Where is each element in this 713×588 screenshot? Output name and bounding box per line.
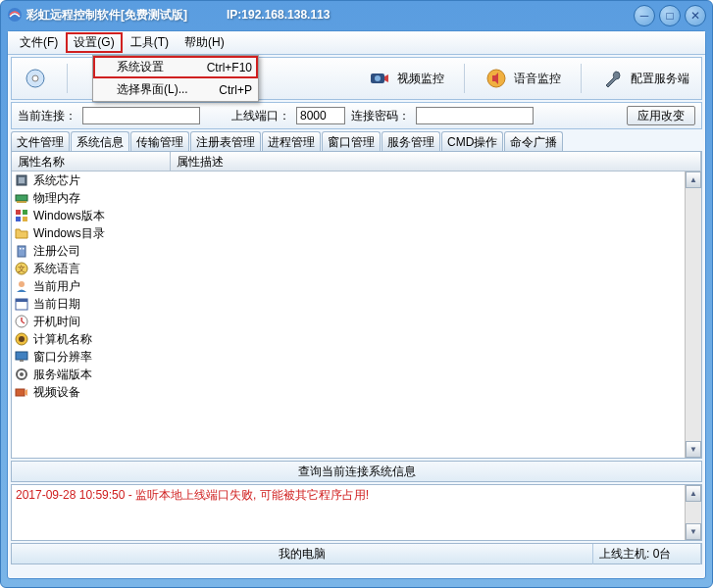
list-item-label: 物理内存 — [33, 190, 80, 207]
list-item[interactable]: 开机时间 — [12, 313, 701, 330]
menu-help[interactable]: 帮助(H) — [177, 32, 232, 53]
tab-2[interactable]: 传输管理 — [130, 131, 189, 151]
svg-point-28 — [20, 372, 24, 376]
scroll-up-icon[interactable]: ▲ — [686, 485, 701, 502]
list-item-label: 计算机名称 — [33, 331, 92, 348]
toolbar-label: 视频监控 — [397, 71, 444, 87]
tab-8[interactable]: 命令广播 — [504, 131, 563, 151]
svg-rect-9 — [17, 201, 26, 203]
list-item[interactable]: 计算机名称 — [12, 330, 701, 348]
toolbar-voice-button[interactable]: 语音监控 — [477, 63, 569, 94]
menubar: 文件(F) 设置(G) 工具(T) 帮助(H) — [8, 31, 705, 55]
list-item-label: 系统语言 — [33, 261, 80, 277]
tabs: 文件管理系统信息传输管理注册表管理进程管理窗口管理服务管理CMD操作命令广播 — [11, 131, 702, 151]
svg-rect-21 — [16, 299, 27, 302]
svg-rect-14 — [18, 246, 25, 257]
tab-3[interactable]: 注册表管理 — [190, 131, 261, 151]
app-icon — [7, 7, 23, 23]
svg-rect-16 — [23, 248, 25, 250]
menu-item-select-ui[interactable]: 选择界面(L)... Ctrl+P — [93, 78, 258, 101]
list-item-label: 视频设备 — [33, 384, 80, 401]
list-item[interactable]: 物理内存 — [12, 189, 701, 207]
col-attr-desc[interactable]: 属性描述 — [171, 152, 701, 171]
list-item-label: 系统芯片 — [33, 172, 80, 189]
col-attr-name[interactable]: 属性名称 — [12, 152, 171, 171]
svg-rect-10 — [16, 210, 21, 215]
folder-icon — [14, 225, 29, 241]
company-icon — [14, 243, 29, 259]
list-item-label: 窗口分辨率 — [33, 349, 92, 366]
tab-1[interactable]: 系统信息 — [71, 131, 129, 151]
list-item-label: 注册公司 — [33, 243, 80, 260]
svg-text:文: 文 — [18, 265, 25, 273]
camera-icon — [368, 67, 391, 90]
statusbar: 我的电脑 上线主机: 0台 — [11, 543, 702, 564]
info-text: 查询当前连接系统信息 — [298, 464, 416, 480]
minimize-button[interactable]: ─ — [634, 5, 655, 26]
svg-rect-15 — [20, 248, 22, 250]
info-bar: 查询当前连接系统信息 — [11, 461, 702, 482]
list-item[interactable]: Windows版本 — [12, 207, 701, 224]
menu-tools[interactable]: 工具(T) — [123, 32, 177, 53]
menu-item-system-settings[interactable]: 系统设置 Ctrl+F10 — [93, 56, 258, 78]
scroll-up-icon[interactable]: ▲ — [686, 172, 701, 188]
menu-item-label: 系统设置 — [117, 59, 164, 75]
toolbar-config-server-button[interactable]: 配置服务端 — [593, 63, 697, 94]
date-icon — [14, 296, 29, 312]
menu-file[interactable]: 文件(F) — [12, 32, 66, 53]
tab-0[interactable]: 文件管理 — [11, 131, 70, 151]
toolbar-cd-button[interactable] — [16, 63, 55, 94]
list-item[interactable]: 注册公司 — [12, 242, 701, 260]
svg-rect-8 — [16, 195, 27, 201]
statusbar-right: 上线主机: 0台 — [593, 544, 701, 564]
tab-4[interactable]: 进程管理 — [262, 131, 321, 151]
port-input[interactable] — [296, 107, 345, 124]
current-conn-input[interactable] — [82, 107, 200, 124]
list-item[interactable]: 视频设备 — [12, 383, 701, 401]
tab-6[interactable]: 服务管理 — [382, 131, 440, 151]
window-title: 彩虹远程控制软件[免费测试版] — [26, 7, 187, 24]
list-item-label: 当前日期 — [33, 296, 80, 313]
list-item-label: 服务端版本 — [33, 367, 92, 383]
scroll-down-icon[interactable]: ▼ — [686, 441, 701, 458]
tab-7[interactable]: CMD操作 — [441, 131, 503, 151]
ip-label: IP:192.168.138.113 — [227, 8, 330, 22]
scrollbar[interactable]: ▲ ▼ — [685, 172, 701, 458]
menu-item-shortcut: Ctrl+P — [203, 83, 252, 97]
svg-point-4 — [375, 75, 381, 81]
win-icon — [14, 208, 29, 223]
ram-icon — [14, 190, 29, 206]
apply-button[interactable]: 应用改变 — [627, 106, 695, 125]
speaker-icon — [484, 67, 508, 90]
svg-rect-13 — [23, 217, 27, 221]
cd-icon — [24, 67, 47, 90]
password-input[interactable] — [416, 107, 534, 124]
list-item[interactable]: Windows目录 — [12, 224, 701, 242]
list-item[interactable]: 服务端版本 — [12, 366, 701, 383]
close-button[interactable]: ✕ — [685, 5, 706, 26]
menu-item-shortcut: Ctrl+F10 — [191, 61, 252, 74]
list-item[interactable]: 文系统语言 — [12, 260, 701, 277]
log-line: 2017-09-28 10:59:50 - 监听本地上线端口失败, 可能被其它程… — [16, 488, 369, 502]
maximize-button[interactable]: □ — [659, 5, 681, 26]
list-item-label: Windows版本 — [33, 208, 105, 224]
svg-rect-25 — [16, 352, 27, 360]
svg-rect-26 — [20, 360, 24, 362]
listview-header: 属性名称 属性描述 — [12, 152, 701, 172]
titlebar[interactable]: 彩虹远程控制软件[免费测试版] IP:192.168.138.113 — [1, 1, 712, 28]
tab-5[interactable]: 窗口管理 — [322, 131, 381, 151]
list-item[interactable]: 当前日期 — [12, 295, 701, 313]
scroll-down-icon[interactable]: ▼ — [686, 523, 701, 540]
list-item-label: Windows目录 — [33, 225, 105, 242]
toolbar-label: 语音监控 — [514, 71, 561, 87]
toolbar-video-button[interactable]: 视频监控 — [360, 63, 452, 94]
list-item[interactable]: 系统芯片 — [12, 172, 701, 189]
svg-rect-11 — [23, 210, 27, 215]
list-item[interactable]: 当前用户 — [12, 277, 701, 295]
listview-body[interactable]: 系统芯片物理内存Windows版本Windows目录注册公司文系统语言当前用户当… — [12, 172, 701, 458]
list-item[interactable]: 窗口分辨率 — [12, 348, 701, 366]
svg-point-2 — [32, 75, 38, 81]
log-scrollbar[interactable]: ▲ ▼ — [685, 485, 701, 540]
menu-settings[interactable]: 设置(G) — [66, 32, 122, 53]
svg-point-24 — [19, 336, 25, 342]
